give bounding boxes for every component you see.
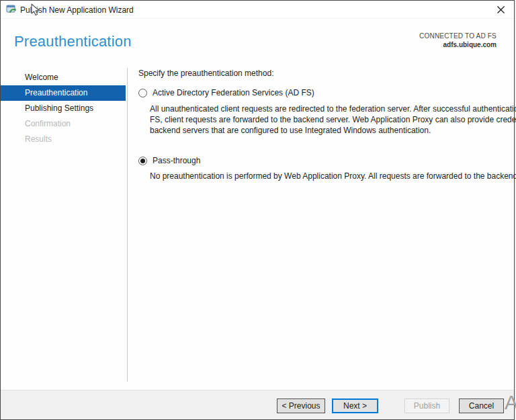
mouse-cursor-icon xyxy=(30,3,42,17)
background-watermark-letter: A xyxy=(505,391,516,414)
radio-button-adfs[interactable] xyxy=(138,89,147,97)
previous-button[interactable]: < Previous xyxy=(277,398,325,413)
sidebar-item-results: Results xyxy=(1,132,126,147)
close-icon xyxy=(497,6,505,13)
radio-option-passthrough[interactable]: Pass-through xyxy=(138,156,200,165)
cancel-button[interactable]: Cancel xyxy=(459,398,504,413)
next-button[interactable]: Next > xyxy=(332,398,378,413)
publish-button: Publish xyxy=(404,398,449,413)
passthrough-option-description: No preauthentication is performed by Web… xyxy=(150,171,516,181)
wizard-window: Publish New Application Wizard Preauthen… xyxy=(0,0,515,420)
footer-button-bar: < Previous Next > Publish Cancel xyxy=(1,390,514,419)
application-icon xyxy=(6,4,17,15)
adfs-option-description: All unauthenticated client requests are … xyxy=(150,103,516,136)
sidebar-item-publishing-settings[interactable]: Publishing Settings xyxy=(1,101,126,116)
sidebar-item-welcome[interactable]: Welcome xyxy=(1,70,126,85)
radio-button-passthrough[interactable] xyxy=(138,157,147,165)
radio-label-adfs[interactable]: Active Directory Federation Services (AD… xyxy=(153,88,314,97)
connected-server-name: adfs.ubique.com xyxy=(419,41,497,48)
connected-to-label: CONNECTED TO AD FS xyxy=(419,32,497,40)
sidebar-divider xyxy=(127,68,128,382)
sidebar-item-confirmation: Confirmation xyxy=(1,116,126,132)
close-button[interactable] xyxy=(490,1,511,18)
sidebar-item-preauthentication[interactable]: Preauthentication xyxy=(1,85,126,101)
connection-status: CONNECTED TO AD FS adfs.ubique.com xyxy=(419,32,497,48)
preauth-method-prompt: Specify the preauthentication method: xyxy=(138,69,273,78)
radio-label-passthrough[interactable]: Pass-through xyxy=(153,156,200,165)
title-bar: Publish New Application Wizard xyxy=(1,1,514,19)
radio-option-adfs[interactable]: Active Directory Federation Services (AD… xyxy=(138,88,314,97)
wizard-steps-sidebar: Welcome Preauthentication Publishing Set… xyxy=(1,70,126,147)
page-title: Preauthentication xyxy=(14,33,132,50)
